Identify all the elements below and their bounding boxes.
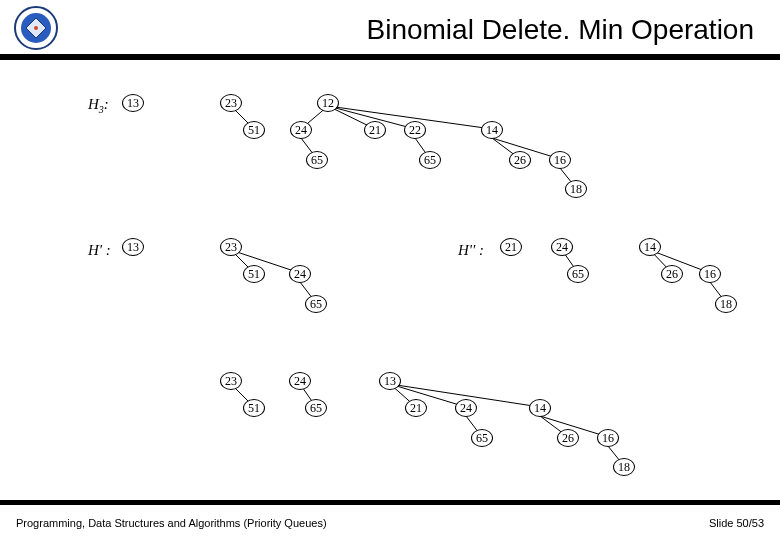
node: 14 — [481, 121, 503, 139]
heap-label-hdoubleprime: H'' : — [458, 242, 484, 259]
node: 21 — [364, 121, 386, 139]
node: 23 — [220, 94, 242, 112]
node: 12 — [317, 94, 339, 112]
seal-logo-icon — [14, 6, 58, 50]
node: 26 — [509, 151, 531, 169]
h3-letter: H — [88, 96, 99, 112]
node: 24 — [455, 399, 477, 417]
node: 26 — [661, 265, 683, 283]
node: 16 — [597, 429, 619, 447]
node: 21 — [405, 399, 427, 417]
node: 51 — [243, 265, 265, 283]
h3-colon: : — [104, 96, 109, 112]
slide-header: Binomial Delete. Min Operation — [0, 0, 780, 60]
node: 14 — [529, 399, 551, 417]
node: 24 — [290, 121, 312, 139]
node: 24 — [289, 265, 311, 283]
node: 24 — [289, 372, 311, 390]
node: 16 — [549, 151, 571, 169]
node: 65 — [419, 151, 441, 169]
svg-point-2 — [34, 26, 38, 30]
node: 21 — [500, 238, 522, 256]
heap-label-hprime: H' : — [88, 242, 111, 259]
node: 65 — [306, 151, 328, 169]
node: 65 — [567, 265, 589, 283]
footer-course: Programming, Data Structures and Algorit… — [16, 517, 327, 529]
node: 26 — [557, 429, 579, 447]
node: 18 — [565, 180, 587, 198]
diagram-canvas: H3: H' : H'' : 13 23 51 12 24 65 21 22 6… — [0, 66, 780, 490]
slide-footer: Programming, Data Structures and Algorit… — [0, 500, 780, 540]
slide-title: Binomial Delete. Min Operation — [366, 14, 754, 46]
node: 51 — [243, 399, 265, 417]
node: 16 — [699, 265, 721, 283]
node: 23 — [220, 238, 242, 256]
heap-label-h3: H3: — [88, 96, 109, 115]
node: 65 — [471, 429, 493, 447]
svg-line-23 — [390, 384, 466, 407]
node: 18 — [715, 295, 737, 313]
node: 23 — [220, 372, 242, 390]
node: 13 — [122, 238, 144, 256]
footer-slide-number: Slide 50/53 — [709, 517, 764, 529]
node: 65 — [305, 399, 327, 417]
node: 13 — [122, 94, 144, 112]
node: 13 — [379, 372, 401, 390]
node: 51 — [243, 121, 265, 139]
node: 65 — [305, 295, 327, 313]
node: 14 — [639, 238, 661, 256]
node: 18 — [613, 458, 635, 476]
node: 22 — [404, 121, 426, 139]
node: 24 — [551, 238, 573, 256]
